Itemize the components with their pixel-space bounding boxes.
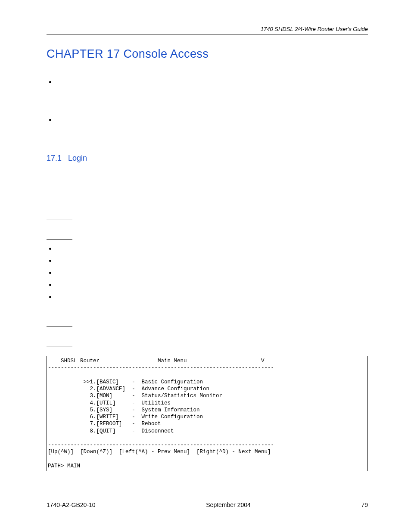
section-heading: 17.1 Login — [47, 154, 368, 163]
footer-doc-code: 1740-A2-GB20-10 — [47, 501, 96, 508]
chapter-title: CHAPTER 17 Console Access — [47, 47, 368, 61]
field-underline-3 — [47, 320, 72, 327]
intro-bullet-2 — [56, 116, 368, 124]
login-bullet-5 — [56, 293, 368, 301]
intro-bullet-1 — [56, 78, 368, 86]
footer-date: September 2004 — [206, 501, 251, 508]
intro-bullets — [47, 78, 368, 124]
section-title: Login — [68, 154, 87, 162]
field-underline-2 — [47, 233, 72, 240]
login-bullet-3 — [56, 269, 368, 277]
header-guide-title: 1740 SHDSL 2/4-Wire Router User's Guide — [47, 26, 368, 32]
footer-page-number: 79 — [361, 501, 368, 508]
header-rule — [47, 34, 368, 34]
login-bullets — [47, 245, 368, 301]
login-bullet-4 — [56, 281, 368, 289]
login-bullet-1 — [56, 245, 368, 252]
login-bullet-2 — [56, 257, 368, 264]
field-underline-4 — [47, 340, 72, 346]
field-underline-1 — [47, 214, 72, 220]
page-footer: 1740-A2-GB20-10 September 2004 79 — [47, 501, 368, 508]
terminal-screenshot: SHDSL Router Main Menu V ---------------… — [47, 356, 368, 471]
section-number: 17.1 — [47, 154, 62, 162]
